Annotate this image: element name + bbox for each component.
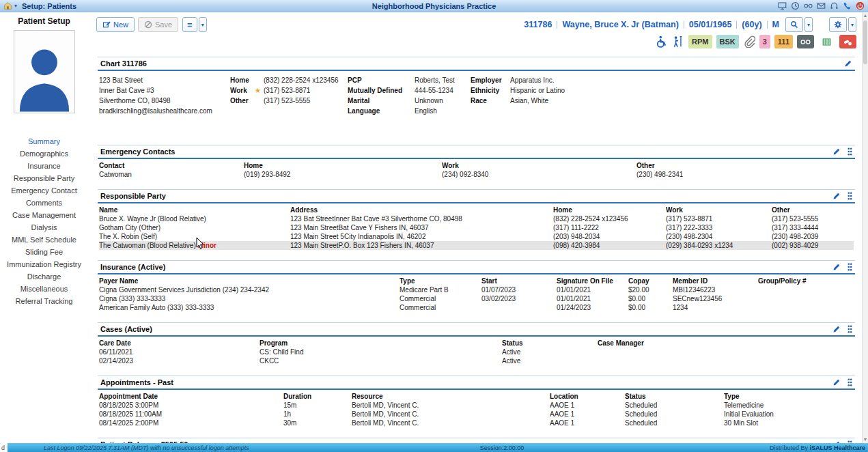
drag-handle-icon[interactable] bbox=[848, 263, 852, 271]
drag-handle-icon[interactable] bbox=[848, 378, 852, 386]
column-header: Type bbox=[400, 277, 481, 285]
cell-name: Bruce X. Wayne Jr (Blood Relative) bbox=[99, 214, 290, 223]
scroll-thumb[interactable] bbox=[863, 20, 867, 64]
edit-chart-icon[interactable] bbox=[844, 59, 852, 68]
sidebar-item-dialysis[interactable]: Dialysis bbox=[0, 221, 88, 234]
drag-handle-icon[interactable] bbox=[848, 192, 852, 200]
sidebar-item-miscellaneous[interactable]: Miscellaneous bbox=[0, 283, 88, 295]
cell-care-date: 02/14/2023 bbox=[99, 356, 260, 365]
responsible-row-highlighted[interactable]: The Catwoman (Blood Relative)Minor 123 M… bbox=[99, 241, 854, 250]
insurance-row[interactable]: American Family Auto (333) 333-3333 Comm… bbox=[99, 303, 854, 312]
edit-cases-icon[interactable] bbox=[832, 325, 841, 333]
headset-icon[interactable] bbox=[830, 1, 839, 10]
snapshot-icon[interactable] bbox=[778, 1, 787, 10]
appointment-row[interactable]: 08/18/2025 11:00AM 1h Bertoli MD, Vincen… bbox=[99, 410, 854, 419]
responsible-row[interactable]: Bruce X. Wayne Jr (Blood Relative) 123 B… bbox=[99, 214, 854, 223]
attachment-icon[interactable] bbox=[743, 36, 755, 48]
phone-label: Work bbox=[230, 85, 255, 96]
timer-icon[interactable] bbox=[791, 1, 800, 10]
cell-payer: Cigna (333) 333-3333 bbox=[99, 294, 400, 303]
edit-appointments-icon[interactable] bbox=[832, 378, 841, 386]
insurance-row[interactable]: Cigna Government Services Jurisdiction (… bbox=[99, 285, 854, 294]
brand-name: iSALUS Healthcare bbox=[809, 444, 865, 451]
section-insurance: Insurance (Active) Payer Name Type Start… bbox=[98, 260, 855, 315]
edit-responsible-icon[interactable] bbox=[832, 192, 841, 200]
patient-search-button[interactable] bbox=[785, 17, 803, 32]
phone-value: (317) 523-8871 bbox=[264, 85, 310, 96]
cell-member-id: MBI12346223 bbox=[673, 285, 758, 294]
sidebar-item-emergency-contact[interactable]: Emergency Contact bbox=[0, 184, 88, 197]
drag-handle-icon[interactable] bbox=[848, 147, 852, 156]
drag-handle-icon[interactable] bbox=[848, 325, 852, 333]
emergency-row[interactable]: Catwoman (019) 293-8492 (234) 092-8340 (… bbox=[99, 170, 854, 179]
sidebar-item-immunization-registry[interactable]: Immunization Registry bbox=[0, 258, 88, 270]
column-header: Duration bbox=[283, 392, 352, 401]
sidebar-item-sliding-fee[interactable]: Sliding Fee bbox=[0, 246, 88, 258]
sidebar-item-referral-tracking[interactable]: Referral Tracking bbox=[0, 295, 88, 307]
cell-location: AAOE 1 bbox=[550, 410, 625, 419]
patient-demographic-block: EmployerApparatus Inc. EthnicityHispanic… bbox=[471, 75, 854, 116]
insurance-section-title: Insurance (Active) bbox=[100, 263, 165, 271]
cell-type: Telemedicine bbox=[724, 401, 854, 410]
save-button[interactable]: Save bbox=[138, 17, 178, 32]
sidebar-item-summary[interactable]: Summary bbox=[0, 135, 88, 147]
responsible-row[interactable]: Gotham City (Other) 123 Main StreetBat C… bbox=[99, 223, 854, 232]
sidebar-item-case-management[interactable]: Case Management bbox=[0, 209, 88, 221]
minor-flag: Minor bbox=[198, 242, 216, 249]
home-caret-icon[interactable]: ▾ bbox=[14, 3, 17, 9]
logout-icon[interactable] bbox=[856, 1, 865, 10]
search-caret-button[interactable]: ▾ bbox=[804, 17, 813, 32]
pink-count-badge[interactable]: 3 bbox=[759, 35, 770, 48]
edit-emergency-icon[interactable] bbox=[832, 147, 841, 156]
cell-address: 123 Main StreetP.O. Box 123 Fishers IN, … bbox=[290, 241, 553, 250]
settings-button[interactable] bbox=[829, 17, 847, 32]
scroll-up-arrow[interactable]: ▲ bbox=[863, 12, 868, 19]
appointment-row[interactable]: 08/18/2025 3:00PM 15m Bertoli MD, Vincen… bbox=[99, 401, 854, 410]
settings-caret-button[interactable]: ▾ bbox=[848, 17, 856, 32]
insurance-row[interactable]: Cigna (333) 333-3333 Commercial 03/02/20… bbox=[99, 294, 854, 303]
case-row[interactable]: 02/14/2023 CKCC Active bbox=[99, 356, 854, 365]
insurance-header-row: Payer Name Type Start Signature On File … bbox=[99, 277, 854, 285]
responsible-header-row: Name Address Home Work Other bbox=[99, 206, 854, 214]
column-header: Signature On File bbox=[557, 277, 628, 285]
responsible-section-header: Responsible Party bbox=[98, 189, 855, 203]
info-row-employer: EmployerApparatus Inc. bbox=[471, 75, 854, 85]
menu-button[interactable]: ≡ bbox=[182, 17, 197, 32]
scroll-down-arrow[interactable]: ▼ bbox=[863, 436, 868, 443]
appointment-row[interactable]: 08/14/2025 2:00PM 30m Bertoli MD, Vincen… bbox=[99, 419, 854, 427]
new-button[interactable]: New bbox=[96, 17, 135, 32]
titlebar: ▾ Setup: Patients Neighborhood Physician… bbox=[0, 0, 868, 12]
info-row-language: LanguageEnglish bbox=[348, 106, 471, 116]
sidebar-item-discharge[interactable]: Discharge bbox=[0, 270, 88, 283]
rpm-badge[interactable]: RPM bbox=[688, 35, 712, 48]
sidebar-item-responsible-party[interactable]: Responsible Party bbox=[0, 172, 88, 184]
flowsheet-button[interactable] bbox=[818, 35, 835, 48]
menu-caret-button[interactable]: ▾ bbox=[199, 17, 207, 32]
amber-count-badge[interactable]: 111 bbox=[774, 35, 793, 48]
save-icon bbox=[144, 20, 152, 29]
edit-insurance-icon[interactable] bbox=[832, 263, 841, 271]
responsible-row[interactable]: The X. Robin (Self) 123 Main Street 5Cit… bbox=[99, 232, 854, 241]
sidebar-item-demographics[interactable]: Demographics bbox=[0, 147, 88, 160]
binoculars-icon[interactable] bbox=[804, 1, 813, 10]
phone-icon[interactable] bbox=[843, 1, 852, 10]
column-header: Contact bbox=[99, 161, 244, 170]
wheelchair-icon[interactable] bbox=[656, 36, 668, 48]
cell-status: Scheduled bbox=[625, 401, 724, 410]
vertical-scrollbar[interactable]: ▲ ▼ bbox=[862, 12, 868, 443]
cell-work: (029) 384-0293 x1234 bbox=[666, 241, 772, 250]
cell-resource: Bertoli MD, Vincent C. bbox=[352, 410, 550, 419]
home-icon[interactable] bbox=[3, 1, 12, 10]
gear-icon bbox=[834, 20, 842, 29]
medications-button[interactable] bbox=[839, 35, 856, 48]
phone-row-home: Home (832) 228-2524 x123456 bbox=[230, 75, 348, 85]
case-row[interactable]: 06/11/2021 CS: Child Find Active bbox=[99, 348, 854, 356]
bsk-badge[interactable]: BSK bbox=[716, 35, 739, 48]
chart-view-button[interactable] bbox=[797, 35, 814, 48]
sidebar-item-mml-self-schedule[interactable]: MML Self Schedule bbox=[0, 234, 88, 246]
message-icon[interactable] bbox=[817, 1, 826, 10]
sidebar-item-insurance[interactable]: Insurance bbox=[0, 160, 88, 172]
sidebar-item-comments[interactable]: Comments bbox=[0, 197, 88, 209]
sidebar: Patient Setup Summary Demographics Insur… bbox=[0, 12, 88, 443]
mobility-aid-icon[interactable] bbox=[672, 36, 684, 48]
